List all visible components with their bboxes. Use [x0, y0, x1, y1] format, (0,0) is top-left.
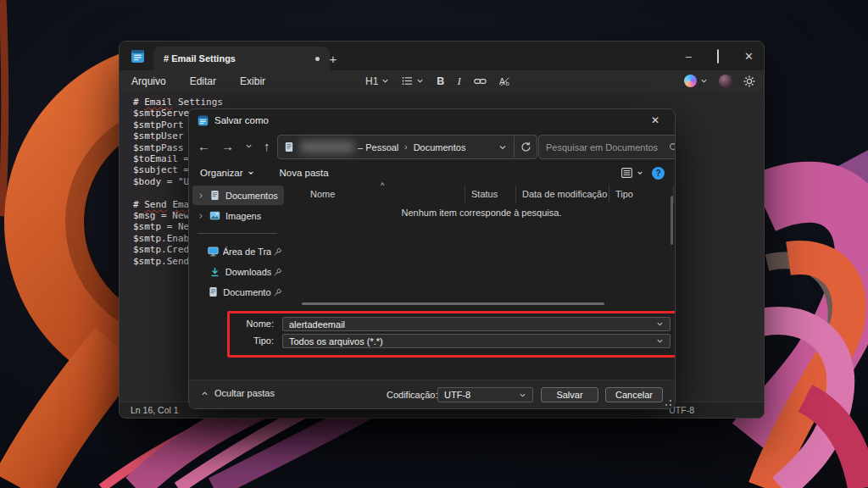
recent-locations-chevron[interactable]: [245, 142, 253, 150]
notepad-app-icon: [131, 49, 145, 64]
maximize-icon: [717, 49, 719, 64]
organize-label: Organizar: [200, 168, 243, 178]
address-dropdown-chevron[interactable]: [492, 143, 514, 152]
unsaved-indicator-dot: [315, 57, 320, 61]
filetype-label: Tipo:: [220, 336, 274, 346]
menu-editar[interactable]: Editar: [190, 75, 216, 87]
bold-icon: B: [437, 75, 444, 87]
list-header-row: NomeStatusData de modificaçãoTipo: [289, 186, 674, 202]
filename-value: alertadeemail: [289, 319, 345, 330]
sidebar-item-area-de-trab[interactable]: Área de Trab: [192, 241, 284, 261]
cancel-button[interactable]: Cancelar: [605, 387, 663, 402]
settings-button[interactable]: [743, 75, 755, 87]
pin-icon: [274, 247, 282, 256]
address-bar[interactable]: – Pessoal › Documentos: [277, 135, 537, 159]
pin-icon: [274, 288, 282, 297]
column-header-status[interactable]: Status: [465, 186, 516, 202]
encoding-label: Codificação:: [387, 390, 438, 400]
chevron-down-icon: [700, 77, 708, 85]
hide-folders-label: Ocultar pastas: [214, 388, 275, 398]
close-button[interactable]: ✕: [744, 50, 754, 63]
help-button[interactable]: ?: [652, 167, 665, 180]
filetype-value: Todos os arquivos (*.*): [289, 336, 383, 347]
cursor-position: Ln 16, Col 1: [131, 405, 179, 415]
menu-exibir[interactable]: Exibir: [240, 75, 265, 87]
refresh-icon: [520, 141, 531, 152]
chevron-down-icon: [637, 169, 643, 176]
notepad-menubar: ArquivoEditarExibir H1 B I Ab: [120, 70, 764, 92]
breadcrumb-item[interactable]: – Pessoal: [358, 142, 398, 152]
settings-gear-icon: [743, 75, 755, 87]
sidebar-item-documentos[interactable]: Documentos: [192, 282, 284, 302]
bold-button[interactable]: B: [437, 75, 444, 87]
search-input[interactable]: Pesquisar em Documentos: [538, 135, 676, 159]
account-avatar[interactable]: [719, 75, 732, 88]
dialog-footer: Ocultar pastas Codificação: UTF-8 Salvar…: [189, 380, 675, 408]
save-dialog: Salvar como ✕ ← → ↑ – Pessoal › Document…: [188, 108, 676, 409]
new-folder-button[interactable]: Nova pasta: [280, 168, 329, 178]
sidebar-item-documentos[interactable]: Documentos: [192, 186, 284, 205]
heading-picker-button[interactable]: H1: [365, 75, 389, 87]
navigation-buttons: ← → ↑: [198, 133, 270, 158]
dialog-sidebar: DocumentosImagensÁrea de TrabDownloadsDo…: [189, 184, 289, 311]
save-button[interactable]: Salvar: [541, 387, 598, 402]
dialog-file-area: DocumentosImagensÁrea de TrabDownloadsDo…: [189, 184, 675, 311]
pin-icon: [274, 268, 282, 276]
italic-button[interactable]: I: [457, 75, 460, 88]
maximize-button[interactable]: [717, 50, 719, 63]
up-button[interactable]: ↑: [264, 139, 270, 153]
menu-bar: ArquivoEditarExibir: [131, 70, 265, 92]
chevron-down-icon: [248, 169, 254, 176]
minimize-button[interactable]: –: [686, 50, 692, 63]
dialog-close-button[interactable]: ✕: [641, 109, 670, 131]
italic-icon: I: [457, 75, 460, 88]
chevron-up-icon: [201, 390, 209, 397]
expand-chevron-icon[interactable]: [194, 192, 208, 199]
filename-input[interactable]: alertadeemail: [282, 317, 670, 331]
chevron-down-icon: [656, 337, 664, 345]
link-button[interactable]: [474, 77, 487, 86]
format-toolbar: H1 B I Ab: [365, 70, 510, 92]
menu-arquivo[interactable]: Arquivo: [131, 75, 166, 87]
sidebar-item-label: Área de Trab: [223, 247, 271, 257]
sidebar-item-label: Documentos: [223, 287, 271, 297]
clear-formatting-button[interactable]: Ab: [499, 76, 510, 86]
copilot-icon: [684, 75, 697, 87]
expand-chevron-icon[interactable]: [194, 213, 208, 219]
view-mode-button[interactable]: [621, 168, 643, 178]
redacted-account-name: [300, 141, 354, 153]
search-icon: [669, 142, 676, 152]
horizontal-scrollbar[interactable]: [302, 302, 604, 305]
heading-label: H1: [365, 75, 378, 87]
tab-title: # Email Settings: [164, 53, 236, 64]
breadcrumb-item-current[interactable]: Documentos: [414, 142, 466, 152]
back-button[interactable]: ←: [198, 139, 210, 153]
filename-label: Nome:: [220, 319, 274, 329]
encoding-select[interactable]: UTF-8: [437, 387, 533, 402]
breadcrumb: – Pessoal › Documentos: [358, 142, 465, 152]
column-header-data-de-modificacao[interactable]: Data de modificação: [516, 186, 609, 202]
view-list-icon: [621, 168, 632, 178]
clear-formatting-icon: Ab: [499, 76, 510, 86]
dialog-title: Salvar como: [214, 115, 269, 125]
copilot-button[interactable]: [684, 75, 708, 87]
resize-grip[interactable]: [665, 400, 671, 406]
notepad-titlebar: # Email Settings + – ✕: [120, 42, 764, 70]
dialog-app-icon: [198, 115, 209, 126]
new-tab-button[interactable]: +: [323, 48, 343, 69]
dialog-commandbar: Organizar Nova pasta ?: [189, 162, 675, 184]
sidebar-item-imagens[interactable]: Imagens: [192, 206, 284, 225]
filetype-select[interactable]: Todos os arquivos (*.*): [282, 334, 670, 348]
dialog-titlebar: Salvar como: [189, 109, 675, 131]
empty-folder-message: Nenhum item corresponde à pesquisa.: [289, 208, 674, 218]
forward-button[interactable]: →: [221, 139, 234, 153]
organize-button[interactable]: Organizar: [200, 168, 254, 178]
list-picker-button[interactable]: [402, 76, 424, 86]
file-list: NomeStatusData de modificaçãoTipo ^ Nenh…: [289, 184, 674, 311]
refresh-button[interactable]: [514, 136, 537, 158]
tab-email-settings[interactable]: # Email Settings: [153, 47, 330, 70]
column-header-tipo[interactable]: Tipo: [609, 186, 674, 202]
column-header-nome[interactable]: Nome: [289, 186, 465, 202]
sidebar-item-downloads[interactable]: Downloads: [192, 262, 284, 281]
hide-folders-button[interactable]: Ocultar pastas: [201, 388, 275, 398]
